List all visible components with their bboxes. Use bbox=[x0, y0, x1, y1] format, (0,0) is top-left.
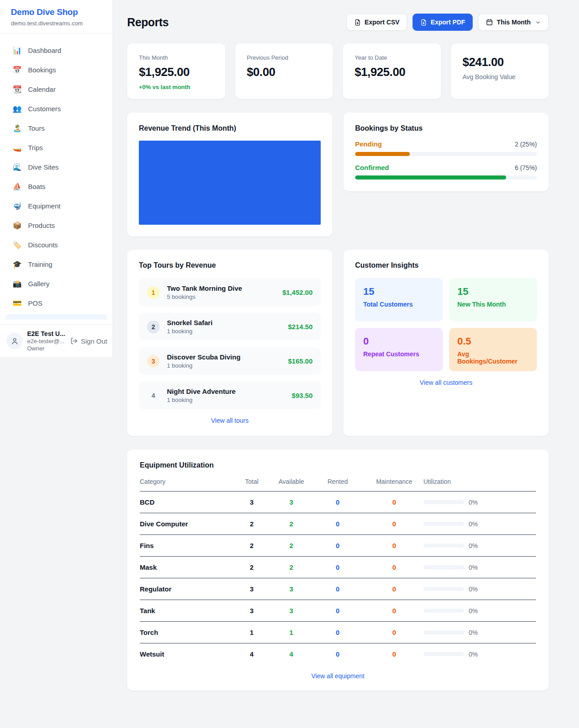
page-header: Reports Export CSV Export PDF This Month bbox=[127, 14, 549, 31]
equipment-row: BCD33000% bbox=[140, 492, 536, 513]
stats-row: This Month$1,925.00+0% vs last monthPrev… bbox=[127, 43, 549, 99]
equipment-maintenance: 0 bbox=[366, 650, 422, 658]
sidebar-item-bookings[interactable]: 📅Bookings bbox=[5, 60, 107, 80]
stat-card-value: $0.00 bbox=[247, 65, 322, 79]
equipment-category: Wetsuit bbox=[140, 650, 230, 658]
insight-value: 0.5 bbox=[457, 336, 529, 347]
wave-icon: 🌊 bbox=[13, 163, 22, 171]
shop-domain: demo.test.divestreams.com bbox=[11, 20, 102, 27]
equipment-total: 2 bbox=[230, 520, 273, 528]
equipment-table-header: Category Total Available Rented Maintena… bbox=[140, 478, 536, 492]
equipment-maintenance: 0 bbox=[366, 520, 422, 528]
equipment-available: 3 bbox=[273, 607, 309, 615]
tour-name: Two Tank Morning Dive bbox=[167, 284, 242, 292]
equipment-rented: 0 bbox=[309, 585, 366, 593]
dive-mask-icon: 🤿 bbox=[13, 202, 22, 210]
utilization-bar-track bbox=[423, 630, 464, 634]
equipment-table-body: BCD33000%Dive Computer22000%Fins22000%Ma… bbox=[140, 492, 536, 665]
equipment-maintenance: 0 bbox=[366, 542, 422, 549]
sidebar-item-equipment[interactable]: 🤿Equipment bbox=[5, 196, 107, 216]
header-actions: Export CSV Export PDF This Month bbox=[346, 14, 549, 31]
main-content: Reports Export CSV Export PDF This Month… bbox=[113, 0, 579, 724]
view-all-customers-link[interactable]: View all customers bbox=[355, 379, 537, 386]
top-tours-title: Top Tours by Revenue bbox=[139, 261, 321, 269]
tear-calendar-icon: 📆 bbox=[13, 85, 22, 94]
tour-bookings-count: 1 booking bbox=[167, 362, 241, 369]
utilization-bar-track bbox=[423, 609, 464, 613]
stat-card: Previous Period$0.00 bbox=[235, 43, 333, 99]
sign-out-button[interactable]: Sign Out bbox=[70, 337, 107, 345]
shop-name: Demo Dive Shop bbox=[11, 7, 102, 17]
period-dropdown[interactable]: This Month bbox=[478, 14, 549, 31]
equipment-available: 2 bbox=[273, 520, 309, 528]
tour-info: Two Tank Morning Dive5 bookings bbox=[167, 284, 242, 300]
export-csv-button[interactable]: Export CSV bbox=[346, 14, 407, 31]
tour-name: Discover Scuba Diving bbox=[167, 353, 241, 361]
tour-bookings-count: 5 bookings bbox=[167, 293, 242, 300]
calendar-icon bbox=[486, 19, 493, 26]
stat-card-label: Avg Booking Value bbox=[463, 73, 537, 80]
stat-card-label: Year to Date bbox=[355, 54, 429, 61]
utilization-bar-track bbox=[423, 565, 464, 569]
status-group-pending: Pending2 (25%) bbox=[355, 140, 537, 156]
view-all-tours-link[interactable]: View all tours bbox=[139, 417, 321, 424]
equipment-total: 4 bbox=[230, 650, 273, 658]
bookings-status-list: Pending2 (25%)Confirmed6 (75%) bbox=[355, 140, 537, 180]
equipment-utilization-cell: 0% bbox=[422, 607, 536, 615]
sidebar-item-label: Equipment bbox=[28, 202, 61, 210]
equipment-maintenance: 0 bbox=[366, 563, 422, 571]
sidebar-item-label: Discounts bbox=[28, 241, 58, 249]
sidebar-item-highlight-partial[interactable] bbox=[5, 314, 107, 320]
status-count: 6 (75%) bbox=[515, 164, 537, 171]
sidebar-item-dive-sites[interactable]: 🌊Dive Sites bbox=[5, 157, 107, 177]
equipment-total: 3 bbox=[230, 498, 273, 506]
tour-rank-badge: 2 bbox=[147, 321, 160, 333]
utilization-percent: 0% bbox=[469, 607, 478, 615]
stat-card-value: $241.00 bbox=[463, 55, 537, 69]
insight-tile-avg-bookings-customer: 0.5Avg Bookings/Customer bbox=[449, 328, 537, 371]
export-pdf-button[interactable]: Export PDF bbox=[413, 14, 473, 31]
user-avatar bbox=[6, 333, 23, 349]
sidebar-nav: 📊Dashboard📅Bookings📆Calendar👥Customers🏝️… bbox=[0, 33, 113, 313]
sidebar-item-label: Trips bbox=[28, 144, 43, 151]
insight-value: 0 bbox=[363, 336, 435, 347]
equipment-rented: 0 bbox=[309, 629, 366, 636]
sidebar-item-dashboard[interactable]: 📊Dashboard bbox=[5, 41, 107, 60]
sidebar-item-discounts[interactable]: 🏷️Discounts bbox=[5, 235, 107, 255]
sidebar-item-products[interactable]: 📦Products bbox=[5, 216, 107, 235]
equipment-utilization-cell: 0% bbox=[422, 651, 536, 658]
equipment-utilization-cell: 0% bbox=[422, 564, 536, 571]
brand-block: Demo Dive Shop demo.test.divestreams.com bbox=[0, 0, 113, 33]
tour-bookings-count: 1 booking bbox=[167, 397, 236, 403]
sidebar-item-label: Dashboard bbox=[28, 47, 61, 54]
sidebar-item-label: Training bbox=[28, 260, 52, 268]
revenue-trend-bar bbox=[139, 141, 321, 225]
tour-info: Night Dive Adventure1 booking bbox=[167, 388, 236, 403]
utilization-percent: 0% bbox=[469, 564, 478, 571]
tour-revenue: $93.50 bbox=[292, 392, 313, 399]
column-header-category: Category bbox=[140, 478, 230, 485]
sidebar-item-tours[interactable]: 🏝️Tours bbox=[5, 118, 107, 138]
utilization-bar-track bbox=[423, 522, 464, 526]
status-label: Pending bbox=[355, 140, 382, 148]
sidebar-item-gallery[interactable]: 📸Gallery bbox=[5, 274, 107, 293]
equipment-available: 2 bbox=[273, 563, 309, 571]
sidebar-item-customers[interactable]: 👥Customers bbox=[5, 99, 107, 118]
equipment-utilization-cell: 0% bbox=[422, 499, 536, 506]
export-csv-label: Export CSV bbox=[365, 19, 399, 26]
sidebar-item-boats[interactable]: ⛵Boats bbox=[5, 177, 107, 196]
equipment-maintenance: 0 bbox=[366, 585, 422, 593]
view-all-equipment-link[interactable]: View all equipment bbox=[140, 672, 536, 680]
customer-insights-tiles: 15Total Customers15New This Month0Repeat… bbox=[355, 278, 537, 371]
sidebar-item-pos[interactable]: 💳POS bbox=[5, 293, 107, 313]
equipment-rented: 0 bbox=[309, 498, 366, 506]
sidebar-item-trips[interactable]: 🚤Trips bbox=[5, 138, 107, 157]
equipment-utilization-cell: 0% bbox=[422, 542, 536, 549]
credit-card-icon: 💳 bbox=[13, 299, 22, 307]
status-bar-fill bbox=[355, 175, 506, 180]
sidebar-user-footer: E2E Test U... e2e-tester@... Owner Sign … bbox=[0, 324, 113, 357]
sidebar-item-label: Products bbox=[28, 222, 55, 229]
sidebar-item-training[interactable]: 🎓Training bbox=[5, 255, 107, 274]
utilization-bar-track bbox=[423, 500, 464, 504]
sidebar-item-calendar[interactable]: 📆Calendar bbox=[5, 80, 107, 99]
